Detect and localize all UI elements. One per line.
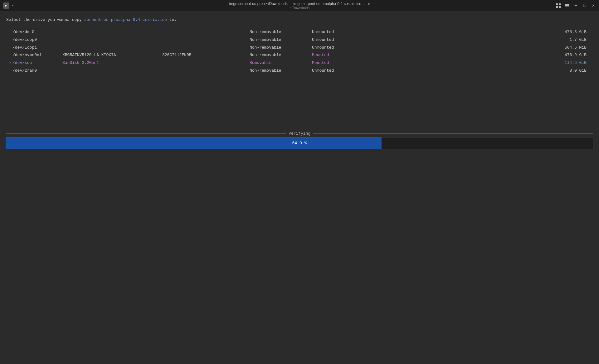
device-size: 504.6 MiB bbox=[362, 45, 593, 51]
svg-rect-4 bbox=[565, 4, 569, 5]
main-content: Select the drive you wanna copy serpent-… bbox=[0, 11, 599, 81]
menu-button[interactable] bbox=[565, 3, 570, 8]
svg-rect-5 bbox=[565, 5, 569, 6]
drive-list: /dev/dm-0 Non-removable Unmounted 475.3 … bbox=[6, 28, 593, 75]
device-mount: Unmounted bbox=[312, 37, 362, 43]
device-mount: Unmounted bbox=[312, 68, 362, 74]
row-arrow bbox=[6, 52, 12, 59]
svg-rect-3 bbox=[559, 6, 561, 8]
minimize-button[interactable]: ─ bbox=[573, 3, 578, 8]
row-arrow: -> bbox=[6, 60, 12, 66]
device-serial: 326C7112EN95 bbox=[162, 52, 250, 59]
device-size: 114.6 GiB bbox=[362, 60, 593, 66]
drive-row[interactable]: /dev/loop1 Non-removable Unmounted 504.6… bbox=[6, 44, 593, 52]
restore-button[interactable]: □ bbox=[582, 3, 587, 8]
progress-label-line: Verifying bbox=[6, 131, 593, 136]
svg-rect-2 bbox=[556, 6, 558, 8]
progress-bar-fill bbox=[6, 137, 382, 149]
window-title: imge serpent-os-prea ~/Downloads — imge … bbox=[229, 2, 370, 6]
device-name: /dev/sda bbox=[12, 60, 62, 66]
row-arrow bbox=[6, 45, 12, 51]
close-button[interactable]: ✕ bbox=[591, 3, 596, 8]
row-arrow bbox=[6, 68, 12, 74]
device-mount: Unmounted bbox=[312, 45, 362, 51]
titlebar-center: imge serpent-os-prea ~/Downloads — imge … bbox=[229, 2, 370, 10]
device-removable: Non-removable bbox=[250, 68, 312, 74]
device-name: /dev/loop1 bbox=[12, 45, 62, 51]
drive-row[interactable]: /dev/zram0 Non-removable Unmounted 8.0 G… bbox=[6, 67, 593, 75]
device-removable: Non-removable bbox=[250, 52, 312, 59]
device-mount: Mounted bbox=[312, 52, 362, 59]
svg-rect-0 bbox=[556, 3, 558, 5]
progress-bar-container: 64.0 % bbox=[6, 137, 593, 149]
device-removable: Non-removable bbox=[250, 45, 312, 51]
titlebar-controls: ─ □ ✕ bbox=[556, 3, 596, 8]
progress-line-left bbox=[6, 133, 286, 134]
row-arrow bbox=[6, 37, 12, 43]
device-name: /dev/nvme0n1 bbox=[12, 52, 62, 59]
device-size: 8.0 GiB bbox=[362, 68, 593, 74]
prompt-suffix: to. bbox=[167, 17, 177, 22]
drive-row-selected[interactable]: -> /dev/sda SanDisk 3.2Gen1 Removable Mo… bbox=[6, 59, 593, 67]
device-size: 475.3 GiB bbox=[362, 29, 593, 36]
device-name: /dev/loop0 bbox=[12, 37, 62, 43]
progress-label: Verifying bbox=[289, 131, 310, 136]
row-arrow bbox=[6, 29, 12, 36]
device-removable: Removable bbox=[250, 60, 312, 66]
device-name: /dev/zram0 bbox=[12, 68, 62, 74]
device-size: 1.7 GiB bbox=[362, 37, 593, 43]
app-icon: ▶ bbox=[3, 2, 9, 9]
svg-rect-1 bbox=[559, 3, 561, 5]
dropdown-arrow[interactable]: ▾ bbox=[12, 4, 14, 7]
device-size: 476.9 GiB bbox=[362, 52, 593, 59]
titlebar: ▶ ▾ imge serpent-os-prea ~/Downloads — i… bbox=[0, 0, 599, 11]
titlebar-left: ▶ ▾ bbox=[3, 2, 14, 9]
iso-filename: serpent-os-prealpha-0.4-cosmic.iso bbox=[84, 17, 167, 22]
drive-row[interactable]: /dev/nvme0n1 KBG5AZNV512G LA KIOXIA 326C… bbox=[6, 51, 593, 59]
prompt-line: Select the drive you wanna copy serpent-… bbox=[6, 17, 593, 22]
prompt-prefix: Select the drive you wanna copy bbox=[6, 17, 84, 22]
drive-row[interactable]: /dev/dm-0 Non-removable Unmounted 475.3 … bbox=[6, 28, 593, 36]
device-model: KBG5AZNV512G LA KIOXIA bbox=[62, 52, 162, 59]
progress-section: Verifying 64.0 % bbox=[6, 131, 593, 149]
device-removable: Non-removable bbox=[250, 37, 312, 43]
device-mount: Unmounted bbox=[312, 29, 362, 36]
progress-line-right bbox=[313, 133, 593, 134]
device-model: SanDisk 3.2Gen1 bbox=[62, 60, 162, 66]
device-removable: Non-removable bbox=[250, 29, 312, 36]
window-subtitle: ~/Downloads bbox=[229, 6, 370, 10]
svg-rect-6 bbox=[565, 7, 569, 7]
grid-view-button[interactable] bbox=[556, 3, 561, 8]
device-mount: Mounted bbox=[312, 60, 362, 66]
drive-row[interactable]: /dev/loop0 Non-removable Unmounted 1.7 G… bbox=[6, 36, 593, 44]
device-name: /dev/dm-0 bbox=[12, 29, 62, 36]
